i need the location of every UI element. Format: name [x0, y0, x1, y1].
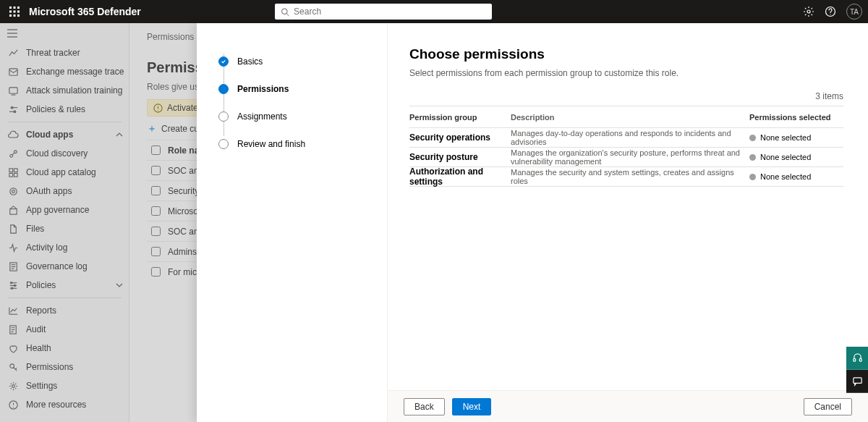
wizard-step-permissions[interactable]: Permissions: [218, 75, 387, 103]
perm-group: Authorization and settings: [409, 166, 511, 187]
perm-desc: Manages the organization's security post…: [511, 148, 749, 166]
svg-rect-7: [14, 14, 16, 17]
app-launcher-icon[interactable]: [6, 3, 23, 20]
wizard-step-assignments[interactable]: Assignments: [218, 103, 387, 130]
permission-row[interactable]: Security postureManages the organization…: [409, 148, 843, 167]
column-header-sel: Permissions selected: [749, 113, 843, 122]
step-label: Assignments: [237, 111, 287, 122]
svg-rect-4: [14, 11, 16, 13]
perm-selected: None selected: [749, 133, 843, 142]
cancel-button[interactable]: Cancel: [804, 398, 852, 415]
svg-rect-8: [17, 14, 20, 17]
status-dot-icon: [749, 154, 756, 161]
status-dot-icon: [749, 135, 756, 141]
avatar[interactable]: TA: [846, 4, 862, 20]
wizard-heading: Choose permissions: [409, 46, 843, 62]
svg-line-10: [286, 13, 289, 15]
step-dot-icon: [218, 111, 229, 122]
feedback-icon[interactable]: [846, 370, 868, 393]
wizard-subtitle: Select permissions from each permission …: [409, 68, 843, 78]
svg-rect-5: [17, 11, 20, 13]
perm-desc: Manages the security and system settings…: [511, 168, 749, 185]
wizard-step-basics[interactable]: Basics: [218, 48, 387, 75]
step-label: Review and finish: [237, 139, 305, 149]
step-dot-icon: [218, 84, 229, 94]
svg-point-9: [281, 8, 287, 14]
svg-point-11: [807, 10, 810, 13]
perm-group: Security operations: [409, 132, 511, 143]
search-input-wrap[interactable]: [275, 4, 492, 20]
svg-rect-53: [853, 358, 855, 361]
permission-row[interactable]: Security operationsManages day-to-day op…: [409, 128, 843, 148]
permission-row[interactable]: Authorization and settingsManages the se…: [409, 167, 843, 187]
svg-rect-54: [859, 358, 861, 361]
perm-selected: None selected: [749, 153, 843, 161]
step-label: Permissions: [237, 84, 289, 94]
headset-help-icon[interactable]: [846, 347, 868, 370]
svg-rect-2: [17, 7, 20, 9]
wizard-steps: BasicsPermissionsAssignmentsReview and f…: [197, 23, 388, 422]
search-input[interactable]: [294, 7, 486, 17]
status-dot-icon: [749, 174, 756, 180]
next-button[interactable]: Next: [452, 398, 492, 415]
wizard-footer: Back Next Cancel: [388, 390, 868, 422]
help-icon[interactable]: [825, 6, 836, 17]
column-header-desc: Description: [511, 113, 749, 122]
column-header-group: Permission group: [409, 113, 511, 122]
item-count: 3 items: [409, 91, 843, 101]
settings-icon[interactable]: [803, 6, 814, 17]
modal-overlay: [0, 23, 197, 422]
back-button[interactable]: Back: [404, 398, 445, 415]
wizard-panel: BasicsPermissionsAssignmentsReview and f…: [197, 23, 868, 422]
perm-selected: None selected: [749, 172, 843, 181]
perm-group: Security posture: [409, 152, 511, 162]
step-dot-icon: [218, 139, 229, 149]
svg-rect-3: [9, 11, 12, 13]
svg-rect-55: [853, 378, 861, 384]
perm-desc: Manages day-to-day operations and respon…: [511, 129, 749, 146]
app-title: Microsoft 365 Defender: [29, 6, 141, 17]
svg-rect-6: [9, 14, 12, 17]
permissions-table: Permission group Description Permissions…: [409, 106, 843, 187]
top-bar: Microsoft 365 Defender TA: [0, 0, 868, 23]
step-dot-icon: [218, 56, 229, 67]
svg-rect-1: [14, 7, 16, 9]
svg-rect-0: [9, 7, 12, 9]
svg-point-13: [830, 14, 830, 14]
wizard-step-review-and-finish[interactable]: Review and finish: [218, 130, 387, 158]
step-label: Basics: [237, 56, 263, 67]
